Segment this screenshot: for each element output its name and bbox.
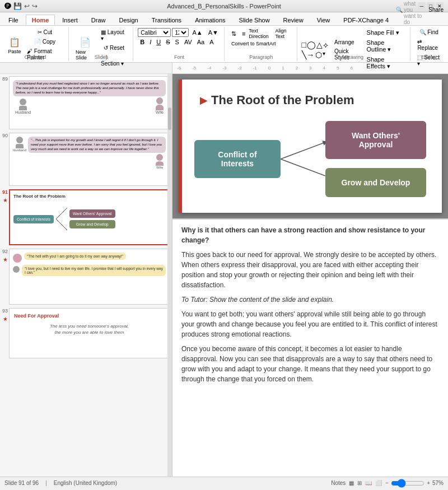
tab-draw[interactable]: Draw: [85, 15, 112, 25]
increase-font-btn[interactable]: A▲: [190, 28, 204, 37]
slide-92-thumb[interactable]: "The hell with you! I am going to do it …: [9, 249, 170, 305]
slide-91-star: ★: [3, 197, 8, 203]
notes-label[interactable]: Notes: [331, 480, 346, 486]
replace-btn[interactable]: ⇄ Replace: [415, 38, 442, 52]
case-btn[interactable]: Aa: [195, 38, 207, 46]
tab-pdf[interactable]: PDF-XChange 4: [337, 15, 395, 25]
paste-icon: 📋: [8, 35, 21, 49]
new-slide-icon: 📄: [78, 36, 92, 49]
slide-91-number: 91: [2, 189, 8, 195]
tab-animations[interactable]: Animations: [189, 15, 231, 25]
slide-89-thumb[interactable]: "I understand that you must feel neglect…: [9, 76, 170, 129]
paragraph-group: ⇅ ≡ Text Direction Align Text Convert to…: [226, 27, 297, 61]
notes-p1: This goes back to our need for approval.…: [181, 250, 439, 290]
share-btn[interactable]: Share: [428, 7, 444, 13]
slide-93-body: The less you need someone's approval,the…: [14, 323, 165, 335]
tab-file[interactable]: File: [2, 15, 25, 25]
main-approval-box: Want Others' Approval: [325, 121, 426, 159]
slide-92-star: ★: [3, 256, 8, 263]
arrange-btn[interactable]: Arrange: [332, 38, 363, 46]
view-reading-btn[interactable]: 📖: [365, 480, 372, 486]
tab-view[interactable]: View: [311, 15, 337, 25]
convert-smartart-btn[interactable]: Convert to SmartArt: [229, 40, 278, 48]
tab-insert[interactable]: Insert: [56, 15, 84, 25]
strikethrough-btn[interactable]: S: [164, 38, 172, 46]
slide-item-90[interactable]: 90 Husband "...This job is important for…: [2, 133, 170, 186]
paragraph-label: Paragraph: [226, 54, 297, 60]
copy-btn[interactable]: 📄 Copy: [25, 38, 65, 46]
panel-scrollbar-thumb[interactable]: [168, 108, 171, 130]
zoom-in-btn[interactable]: +: [427, 480, 430, 486]
redo-btn[interactable]: ↪: [32, 2, 38, 10]
char-spacing-btn[interactable]: AV: [182, 38, 194, 46]
wife-figure-90: Wife: [156, 154, 164, 169]
slide-item-91[interactable]: 91 ★ The Root of the Problem Conflict of…: [2, 189, 170, 245]
cut-btn[interactable]: ✂ Cut: [25, 28, 65, 36]
slide-item-92[interactable]: 92 ★ "The hell with you! I am going to d…: [2, 249, 170, 305]
shape-fill-btn[interactable]: Shape Fill ▾: [365, 28, 407, 38]
slide-91-title: The Root of the Problem: [13, 194, 165, 199]
main-diagram: Conflict of Interests: [194, 121, 426, 197]
zoom-slider[interactable]: [391, 479, 424, 488]
font-color-btn[interactable]: A: [207, 38, 216, 46]
status-left: Slide 91 of 96 | English (United Kingdom…: [4, 480, 117, 486]
slide-92-bubble2: "I love you, but I need to live my own l…: [22, 265, 166, 276]
status-right: Notes ▦ ⊞ 📖 ⬜ − + 57%: [331, 479, 444, 488]
find-btn[interactable]: 🔍 Find: [415, 28, 442, 36]
paste-btn[interactable]: 📋 Paste: [6, 34, 24, 55]
view-slide-sorter-btn[interactable]: ⊞: [357, 480, 362, 486]
connector-svg: [281, 131, 325, 187]
slide-93-thumb[interactable]: Need For Approval The less you need some…: [9, 308, 170, 358]
notes-panel[interactable]: Why is it that others can have a strong …: [172, 218, 448, 477]
save-btn[interactable]: 💾: [13, 2, 22, 10]
editing-label: Editing: [412, 54, 446, 60]
panel-scrollbar[interactable]: [167, 74, 172, 477]
view-presenter-btn[interactable]: ⬜: [375, 480, 382, 486]
slide-item-89[interactable]: 89 "I understand that you must feel negl…: [2, 76, 170, 129]
tab-transitions[interactable]: Transitions: [146, 15, 188, 25]
notes-p3: Once you become aware of this concept, i…: [181, 344, 439, 384]
drawing-group: □◯△⟡ ╲→⬡▾ Arrange Quick Styles Shape Fil…: [298, 27, 411, 61]
layout-btn[interactable]: ▦ Layout ▾: [99, 28, 129, 43]
bold-btn[interactable]: B: [138, 38, 147, 46]
shape-outline-btn[interactable]: Shape Outline ▾: [365, 38, 407, 54]
decrease-font-btn[interactable]: A▼: [206, 28, 221, 37]
main-slide-title-row: ▶ The Root of the Problem: [200, 93, 426, 108]
drawing-label: Drawing: [298, 54, 410, 60]
editing-group: 🔍 Find ⇄ Replace ⬚ Select ▾ Editing: [412, 27, 446, 61]
notes-question: Why is it that others can have a strong …: [181, 225, 439, 245]
husband-figure-90: Husband: [13, 137, 26, 152]
window-title: Advanced_B_PersonalSkills - PowerPoint: [167, 3, 281, 10]
italic-btn[interactable]: I: [147, 38, 153, 46]
ribbon-tabs: File Home Insert Draw Design Transitions…: [0, 12, 448, 26]
search-box[interactable]: 🔍 Tell me what you want to do: [396, 0, 424, 25]
slide-93-number: 93: [2, 308, 8, 314]
underline-btn[interactable]: U: [154, 38, 163, 46]
svg-line-0: [56, 208, 67, 219]
title-bar: 🅟 💾 ↩ ↪ Advanced_B_PersonalSkills - Powe…: [0, 0, 448, 12]
slide-90-thumb[interactable]: Husband "...This job is important for my…: [9, 133, 170, 186]
view-normal-btn[interactable]: ▦: [349, 480, 354, 486]
zoom-out-btn[interactable]: −: [385, 480, 389, 486]
slide-90-bubble: "...This job is important for my growth …: [28, 137, 166, 153]
slide-item-93[interactable]: 93 ★ Need For Approval The less you need…: [2, 308, 170, 358]
slide-91-thumb[interactable]: The Root of the Problem Conflict of Inte…: [9, 189, 170, 245]
reset-btn[interactable]: ↺ Reset: [99, 44, 129, 52]
tab-review[interactable]: Review: [277, 15, 310, 25]
tab-home[interactable]: Home: [26, 15, 55, 25]
shadow-btn[interactable]: S: [173, 38, 181, 46]
slides-label: Slides: [70, 54, 133, 60]
undo-btn[interactable]: ↩: [24, 2, 30, 10]
font-family-select[interactable]: Calibri: [138, 28, 171, 37]
align-text-btn[interactable]: ≡: [240, 29, 248, 38]
main-content: 89 "I understand that you must feel negl…: [0, 74, 448, 477]
slide-info: Slide 91 of 96: [4, 480, 39, 486]
tab-slideshow[interactable]: Slide Show: [233, 15, 276, 25]
slide-panel[interactable]: 89 "I understand that you must feel negl…: [0, 74, 172, 477]
svg-line-1: [56, 219, 67, 230]
text-direction-btn[interactable]: ⇅: [229, 29, 239, 39]
slides-group: 📄 New Slide ▦ Layout ▾ ↺ Reset 📑 Section…: [70, 27, 133, 61]
tab-design[interactable]: Design: [113, 15, 144, 25]
connector-svg-small: [56, 202, 67, 236]
font-size-select[interactable]: 12: [172, 28, 189, 37]
